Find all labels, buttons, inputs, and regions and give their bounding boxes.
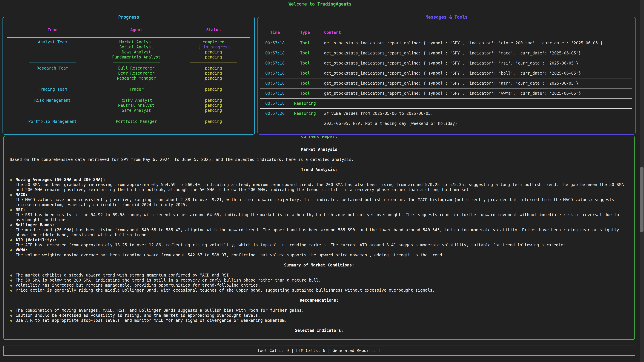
status-label: pending bbox=[205, 50, 222, 55]
separator-column bbox=[98, 95, 175, 95]
agent-name: Trader bbox=[129, 87, 144, 92]
bullet-icon: ● bbox=[10, 308, 12, 313]
status-badge: pending bbox=[205, 66, 222, 71]
section-separator bbox=[7, 124, 250, 130]
separator-line bbox=[113, 127, 160, 127]
bullet-term: VWMA: bbox=[16, 248, 628, 253]
scrollbar-thumb[interactable] bbox=[640, 167, 644, 232]
column-header-content: Content bbox=[324, 30, 341, 35]
bullet-text: Caution should be exercised as volatilit… bbox=[16, 313, 628, 318]
progress-panel-title: Progress bbox=[116, 14, 142, 20]
status-badge: pending bbox=[205, 103, 222, 108]
status-label: pending bbox=[205, 98, 222, 103]
messages-table: Time Type Content 00:57:18Toolget_stocks… bbox=[260, 27, 632, 128]
status-label: pending bbox=[205, 103, 222, 108]
bullet-item: ●RSI:The RSI has been mostly in the 54.9… bbox=[10, 207, 628, 222]
messages-panel: Messages & Tools Time Type Content 00:57… bbox=[258, 17, 636, 135]
separator-column bbox=[98, 84, 175, 84]
bullet-item: ●Price action is generally riding the mi… bbox=[10, 288, 628, 293]
team-section: Portfolio ManagementPortfolio Managerpen… bbox=[7, 119, 250, 124]
agent-name: Market Analyst bbox=[120, 39, 153, 44]
separator-column bbox=[7, 116, 98, 116]
team-section: Analyst TeamMarket AnalystSocial Analyst… bbox=[7, 39, 250, 60]
status-badge: pending bbox=[205, 119, 222, 124]
time-value: 00:57:18 bbox=[265, 40, 285, 45]
team-name: Trading Team bbox=[38, 87, 67, 92]
type-cell: Reasoning bbox=[290, 98, 320, 108]
type-cell: Tool bbox=[290, 78, 320, 88]
status-label: pending bbox=[205, 71, 222, 76]
separator-column bbox=[175, 84, 252, 84]
agent-column: Bull ResearcherBear ResearcherResearch M… bbox=[98, 66, 175, 81]
separator-column bbox=[175, 95, 252, 95]
team-column: Portfolio Management bbox=[7, 119, 98, 124]
content-line: get_stockstats_indicators_report_online:… bbox=[324, 61, 578, 66]
type-value: Reasoning bbox=[294, 101, 316, 106]
agent-name: Portfolio Manager bbox=[116, 119, 157, 124]
message-row: 00:57:18Toolget_stockstats_indicators_re… bbox=[260, 48, 632, 58]
content-cell: get_stockstats_indicators_report_online:… bbox=[320, 78, 632, 88]
bullet-text: Price action is generally riding the mid… bbox=[16, 288, 628, 293]
status-label: pending bbox=[205, 108, 222, 113]
status-badge: pending bbox=[205, 87, 222, 92]
bullet-icon: ● bbox=[10, 238, 12, 243]
bullet-item: ●Bollinger Bands:The middle band (20 SMA… bbox=[10, 222, 628, 238]
separator-line bbox=[29, 95, 76, 95]
status-label: in_progress bbox=[203, 44, 230, 50]
status-label: pending bbox=[205, 66, 222, 71]
bullet-item: ●The market exhibits a steady upward tre… bbox=[10, 273, 628, 278]
content-line bbox=[324, 101, 326, 106]
scrollbar-track[interactable] bbox=[640, 0, 644, 362]
time-value: 00:57:18 bbox=[265, 101, 285, 106]
bullet-icon: ● bbox=[10, 222, 12, 227]
bullet-item: ●Use ATR to set appropriate stop-loss le… bbox=[10, 318, 628, 323]
bullet-text: The RSI has been mostly in the 54.92 to … bbox=[16, 212, 628, 222]
bullet-text: The ATR has increased from approximately… bbox=[16, 243, 628, 248]
team-section: Trading TeamTraderpending bbox=[7, 87, 250, 92]
agent-column: Trader bbox=[98, 87, 175, 92]
bullet-icon: ● bbox=[10, 278, 12, 283]
separator-column bbox=[175, 116, 252, 116]
type-cell: Tool bbox=[290, 88, 320, 98]
status-badge: pending bbox=[205, 76, 222, 81]
content-cell: get_stockstats_indicators_report_online:… bbox=[320, 38, 632, 48]
spinner-icon: ⋮ bbox=[197, 44, 201, 50]
content-line: ## vwma values from 2025-05-06 to 2025-0… bbox=[324, 111, 632, 116]
bullet-icon: ● bbox=[10, 313, 12, 318]
type-value: Tool bbox=[300, 61, 310, 66]
messages-table-header: Time Type Content bbox=[260, 27, 632, 38]
agent-column: Portfolio Manager bbox=[98, 119, 175, 124]
report-heading: Market Analysis bbox=[10, 147, 628, 152]
type-value: Tool bbox=[300, 71, 310, 76]
separator-column bbox=[7, 84, 98, 84]
status-column: pendingpendingpending bbox=[175, 98, 252, 113]
message-row: 00:57:18Toolget_stockstats_indicators_re… bbox=[260, 68, 632, 78]
message-row: 00:57:18Reasoning bbox=[260, 98, 632, 109]
type-cell: Tool bbox=[290, 38, 320, 48]
bullet-icon: ● bbox=[10, 318, 12, 323]
section-heading: Trend Analysis: bbox=[10, 167, 628, 172]
current-report-panel: Current Report Market AnalysisBased on t… bbox=[3, 136, 635, 340]
content-cell bbox=[320, 98, 632, 108]
time-cell: 00:57:18 bbox=[260, 78, 290, 88]
app-title: Welcome to TradingAgents bbox=[286, 1, 354, 7]
footer-stats: Tool Calls: 9 | LLM Calls: 6 | Generated… bbox=[258, 348, 381, 353]
team-column: Analyst Team bbox=[7, 39, 98, 44]
bullet-text: Volatility has increased but remains man… bbox=[16, 283, 628, 288]
team-column: Risk Management bbox=[7, 98, 98, 103]
bullet-term: RSI: bbox=[16, 207, 628, 212]
time-value: 00:57:20 bbox=[265, 111, 285, 116]
bullet-item: ●ATR (Volatility):The ATR has increased … bbox=[10, 238, 628, 248]
section-separator bbox=[7, 92, 250, 98]
separator-column bbox=[175, 62, 252, 63]
bullet-icon: ● bbox=[10, 192, 12, 197]
separator-column bbox=[7, 95, 98, 95]
bullet-item: ●MACD:The MACD values have been consiste… bbox=[10, 192, 628, 207]
bullet-text: The combination of moving averages, MACD… bbox=[16, 308, 628, 313]
report-intro: Based on the comprehensive data retrieve… bbox=[10, 157, 628, 162]
bullet-icon: ● bbox=[10, 207, 12, 212]
separator-column bbox=[7, 62, 98, 63]
type-value: Tool bbox=[300, 40, 310, 45]
status-badge: pending bbox=[205, 71, 222, 76]
separator-line bbox=[190, 116, 237, 116]
